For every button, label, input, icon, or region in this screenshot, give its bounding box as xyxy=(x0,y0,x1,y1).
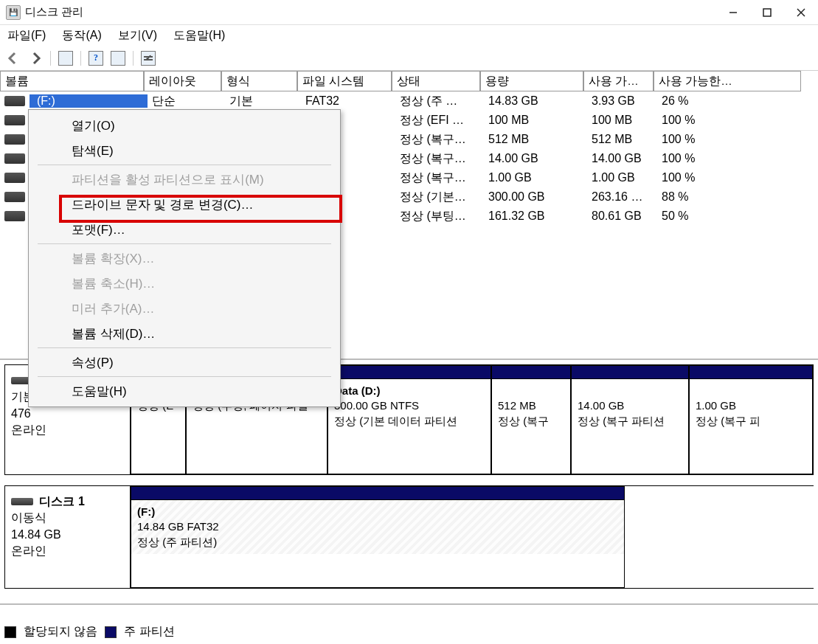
cell: 정상 (주 … xyxy=(395,94,484,109)
cell: 100 % xyxy=(657,114,699,127)
ctx-open[interactable]: 열기(O) xyxy=(30,113,339,138)
part-line: 14.84 GB FAT32 xyxy=(137,519,618,534)
back-button[interactable] xyxy=(6,51,21,66)
cell: FAT32 xyxy=(301,94,395,108)
ctx-explore[interactable]: 탐색(E) xyxy=(30,138,339,163)
partition[interactable]: 1.00 GB정상 (복구 피 xyxy=(689,365,813,474)
disk-status: 온라인 xyxy=(11,543,124,559)
part-line: (F:) xyxy=(137,505,618,519)
toolbar-separator xyxy=(80,51,81,66)
toolbar: ? xyxy=(0,46,818,71)
part-line: 정상 (복구 파티션 xyxy=(578,414,682,429)
toolbar-separator xyxy=(50,51,51,66)
cell: 161.32 GB xyxy=(484,210,587,223)
ctx-help[interactable]: 도움말(H) xyxy=(30,378,339,404)
ctx-extend: 볼륨 확장(X)… xyxy=(30,246,339,271)
col-layout[interactable]: 레이아웃 xyxy=(144,71,221,91)
part-line: 300.00 GB NTFS xyxy=(334,398,485,413)
disk-size: 14.84 GB xyxy=(11,527,124,543)
col-free2[interactable]: 사용 가능한… xyxy=(654,71,801,91)
legend-primary-label: 주 파티션 xyxy=(124,624,174,640)
ctx-separator xyxy=(38,376,331,377)
legend-unallocated-icon xyxy=(4,626,16,638)
menu-action[interactable]: 동작(A) xyxy=(62,28,101,44)
partition[interactable]: 14.00 GB정상 (복구 파티션 xyxy=(571,365,689,474)
ctx-properties[interactable]: 속성(P) xyxy=(30,350,339,375)
col-fs[interactable]: 파일 시스템 xyxy=(297,71,392,91)
cell: 3.93 GB xyxy=(587,94,657,108)
cell: 정상 (복구… xyxy=(395,132,484,148)
table-row[interactable]: (F:) 단순 기본 FAT32 정상 (주 … 14.83 GB 3.93 G… xyxy=(0,91,818,111)
volume-icon xyxy=(4,134,25,145)
cell: 1.00 GB xyxy=(587,171,657,184)
disk-size: 476 xyxy=(11,406,124,422)
part-line: 14.00 GB xyxy=(578,398,682,413)
menu-help[interactable]: 도움말(H) xyxy=(173,28,225,44)
disk-1-pane[interactable]: 디스크 1 이동식 14.84 GB 온라인 (F:)14.84 GB FAT3… xyxy=(4,485,814,589)
menu-bar: 파일(F) 동작(A) 보기(V) 도움말(H) xyxy=(0,25,818,46)
col-free[interactable]: 사용 가… xyxy=(583,71,654,91)
window-title: 디스크 관리 xyxy=(25,5,716,19)
volume-icon xyxy=(4,211,25,221)
ctx-separator xyxy=(38,165,331,165)
close-button[interactable] xyxy=(784,1,818,24)
cell: 26 % xyxy=(657,94,693,108)
menu-file[interactable]: 파일(F) xyxy=(7,28,46,44)
cell: 14.83 GB xyxy=(484,94,587,108)
ctx-format[interactable]: 포맷(F)… xyxy=(30,217,339,242)
cell: 100 % xyxy=(657,152,699,165)
help-icon[interactable]: ? xyxy=(89,51,103,66)
partition[interactable]: 512 MB정상 (복구 xyxy=(491,365,571,474)
ctx-mirror: 미러 추가(A)… xyxy=(30,296,339,321)
cell: 단순 xyxy=(148,94,225,109)
cell: 14.00 GB xyxy=(587,152,657,165)
disk-1-header: 디스크 1 이동식 14.84 GB 온라인 xyxy=(5,486,131,588)
partition-selected[interactable]: (F:)14.84 GB FAT32정상 (주 파티션) xyxy=(131,486,625,588)
forward-button[interactable] xyxy=(28,51,43,66)
part-line: 정상 (복구 xyxy=(498,414,564,429)
volume-icon xyxy=(4,153,25,164)
cell: 정상 (복구… xyxy=(395,151,484,167)
cell: 300.00 GB xyxy=(484,190,587,204)
col-type[interactable]: 형식 xyxy=(221,71,297,91)
col-capacity[interactable]: 용량 xyxy=(480,71,583,91)
cell: 100 % xyxy=(657,133,699,146)
ctx-shrink: 볼륨 축소(H)… xyxy=(30,271,339,296)
cell: 1.00 GB xyxy=(484,171,587,184)
cell: 정상 (부팅… xyxy=(395,209,484,224)
maximize-button[interactable] xyxy=(750,1,784,24)
cell: 50 % xyxy=(657,210,693,223)
volume-icon xyxy=(4,96,25,106)
refresh-icon[interactable] xyxy=(111,51,125,66)
cell: 정상 (EFI … xyxy=(395,113,484,128)
cell: 80.61 GB xyxy=(587,210,657,223)
part-line: 정상 (기본 데이터 파티션 xyxy=(334,414,485,429)
partition[interactable]: Data (D:)300.00 GB NTFS정상 (기본 데이터 파티션 xyxy=(327,365,491,474)
part-line: Data (D:) xyxy=(334,384,485,398)
volume-icon xyxy=(4,115,25,125)
cell: 정상 (복구… xyxy=(395,170,484,186)
ctx-change-drive-letter[interactable]: 드라이브 문자 및 경로 변경(C)… xyxy=(30,192,339,217)
minimize-button[interactable] xyxy=(716,1,750,24)
legend-unallocated-label: 할당되지 않음 xyxy=(24,624,97,640)
ctx-mark-active: 파티션을 활성 파티션으로 표시(M) xyxy=(30,167,339,192)
cell: 14.00 GB xyxy=(484,152,587,165)
toolbar-separator xyxy=(133,51,134,66)
part-line: 정상 (복구 피 xyxy=(696,414,806,429)
cell: 88 % xyxy=(657,190,693,204)
svg-rect-1 xyxy=(763,9,771,16)
ctx-delete[interactable]: 볼륨 삭제(D)… xyxy=(30,321,339,346)
volume-icon xyxy=(4,192,25,202)
ctx-separator xyxy=(38,243,331,244)
part-line: 정상 (주 파티션) xyxy=(137,535,618,550)
col-status[interactable]: 상태 xyxy=(392,71,480,91)
properties-icon[interactable] xyxy=(58,51,73,66)
ctx-separator xyxy=(38,347,331,348)
menu-view[interactable]: 보기(V) xyxy=(118,28,157,44)
disk-status: 온라인 xyxy=(11,422,124,438)
col-volume[interactable]: 볼륨 xyxy=(0,71,144,91)
settings-icon[interactable] xyxy=(141,51,156,66)
cell: 100 % xyxy=(657,171,699,184)
cell: 기본 xyxy=(225,94,301,109)
cell: 정상 (기본… xyxy=(395,190,484,205)
